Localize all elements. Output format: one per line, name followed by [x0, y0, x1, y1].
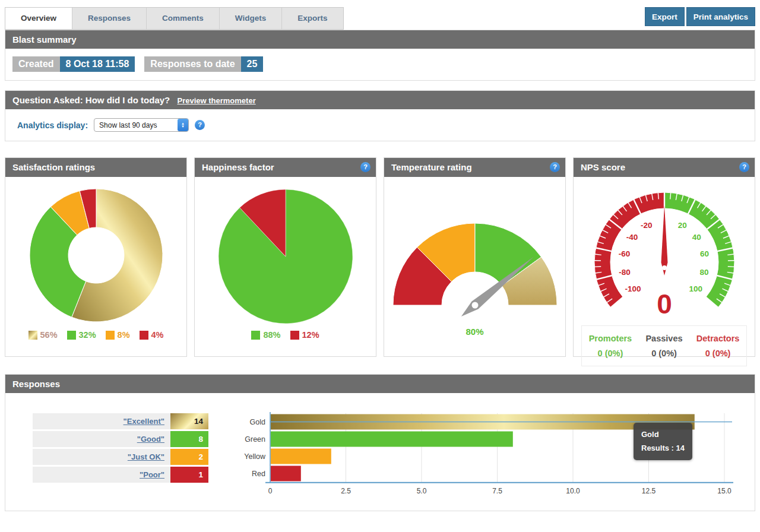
nps-stats: Promoters 0 (0%) Passives 0 (0%) Detract… — [581, 325, 747, 366]
gauge-tick — [670, 192, 670, 199]
x-tick-label: 2.5 — [341, 487, 351, 495]
poor-label-cell: "Poor" — [33, 467, 170, 483]
tab-widgets[interactable]: Widgets — [219, 8, 281, 29]
excellent-link[interactable]: "Excellent" — [124, 417, 164, 426]
gauge-tick — [594, 267, 601, 267]
happiness-legend: 88% 12% — [251, 330, 319, 340]
satisfaction-panel-header: Satisfaction ratings — [5, 158, 186, 177]
category-label: Green — [245, 435, 265, 444]
needle-pivot — [662, 265, 667, 270]
analytics-display-row: Analytics display: Show last 90 days ▲▼ … — [5, 109, 755, 141]
chart-panels-row: Satisfaction ratings 56% 32% 8% 4% Happi… — [5, 157, 755, 357]
blast-summary-header: Blast summary — [5, 30, 755, 49]
nps-title: NPS score — [581, 162, 625, 172]
tab-responses[interactable]: Responses — [72, 8, 146, 29]
good-label-cell: "Good" — [33, 431, 170, 447]
detractors-stat: Detractors 0 (0%) — [696, 331, 740, 360]
passives-label: Passives — [645, 331, 682, 346]
header-actions: Export Print analytics — [645, 7, 755, 26]
poor-link[interactable]: "Poor" — [140, 470, 164, 479]
help-icon[interactable]: ? — [739, 162, 749, 172]
bar-yellow[interactable] — [271, 449, 331, 464]
satisfaction-title: Satisfaction ratings — [12, 162, 95, 172]
legend-label: 88% — [263, 330, 280, 340]
chart-tooltip: Gold Results : 14 — [634, 423, 692, 460]
tab-exports[interactable]: Exports — [281, 8, 343, 29]
x-tick-label: 7.5 — [492, 487, 502, 495]
nps-dial-chart[interactable]: -20-40-60-80-100204060801000 — [575, 179, 753, 322]
legend-item-red[interactable]: 12% — [290, 330, 319, 340]
bar-red[interactable] — [271, 466, 301, 482]
legend-label: 32% — [79, 330, 96, 340]
legend-item-yellow[interactable]: 8% — [106, 330, 130, 340]
analytics-display-label: Analytics display: — [17, 121, 88, 130]
gauge-tick-label: -60 — [618, 249, 630, 258]
temperature-gauge-chart[interactable] — [386, 179, 564, 317]
x-tick-label: 10.0 — [566, 487, 580, 495]
happiness-pie-chart[interactable] — [197, 179, 375, 329]
help-icon[interactable]: ? — [360, 162, 370, 172]
category-label: Red — [252, 470, 265, 478]
yellow-swatch-icon — [106, 331, 115, 340]
responses-table: "Excellent" 14 "Good" 8 "Just OK" 2 "Poo… — [33, 413, 208, 499]
gauge-tick-label: 80 — [699, 268, 708, 277]
satisfaction-donut-chart[interactable] — [7, 179, 185, 329]
analytics-range-select[interactable]: Show last 90 days ▲▼ — [94, 118, 189, 132]
red-swatch-icon — [140, 331, 148, 340]
legend-label: 8% — [118, 330, 130, 340]
temperature-title: Temperature rating — [391, 162, 472, 172]
temperature-panel-header: Temperature rating ? — [384, 158, 565, 177]
x-tick-label: 15.0 — [717, 487, 732, 495]
responses-bar-chart[interactable]: GoldGreenYellowRed02.55.07.510.012.515.0… — [235, 410, 749, 499]
promoters-stat: Promoters 0 (0%) — [589, 331, 632, 360]
table-row: "Good" 8 — [33, 431, 208, 447]
category-label: Gold — [250, 418, 265, 426]
analytics-page: Overview Responses Comments Widgets Expo… — [5, 0, 755, 511]
gauge-tick-label: 20 — [677, 221, 686, 230]
gauge-tick-label: 100 — [689, 284, 702, 293]
good-count-cell: 8 — [170, 431, 208, 447]
question-header: Question Asked: How did I do today? Prev… — [5, 91, 755, 109]
satisfaction-panel: Satisfaction ratings 56% 32% 8% 4% — [5, 157, 187, 357]
help-icon[interactable]: ? — [195, 120, 205, 130]
created-value: 8 Oct 18 11:58 — [60, 56, 135, 72]
table-row: "Poor" 1 — [33, 467, 208, 483]
tab-comments[interactable]: Comments — [146, 8, 219, 29]
legend-item-gold[interactable]: 56% — [28, 330, 58, 340]
excellent-label-cell: "Excellent" — [33, 413, 170, 429]
x-tick-label: 12.5 — [642, 487, 656, 495]
tab-overview[interactable]: Overview — [5, 8, 72, 29]
happiness-title: Happiness factor — [202, 162, 274, 172]
created-label: Created — [12, 56, 60, 72]
x-tick-label: 5.0 — [417, 487, 427, 495]
responses-to-date-label: Responses to date — [144, 56, 240, 72]
just-ok-count-cell: 2 — [170, 449, 208, 465]
print-analytics-button[interactable]: Print analytics — [686, 7, 755, 26]
green-swatch-icon — [67, 331, 76, 340]
export-button[interactable]: Export — [645, 7, 685, 26]
legend-item-red[interactable]: 4% — [140, 330, 164, 340]
tab-bar: Overview Responses Comments Widgets Expo… — [5, 7, 344, 30]
responses-title: Responses — [12, 379, 60, 389]
help-icon[interactable]: ? — [550, 162, 560, 172]
just-ok-link[interactable]: "Just OK" — [128, 452, 164, 461]
detractors-label: Detractors — [696, 331, 740, 346]
table-row: "Excellent" 14 — [33, 413, 208, 429]
responses-to-date-badge: Responses to date25 — [144, 56, 263, 72]
temperature-value: 80% — [466, 327, 483, 337]
good-link[interactable]: "Good" — [137, 435, 164, 444]
blast-summary-title: Blast summary — [12, 34, 77, 45]
gauge-tick — [727, 267, 734, 267]
table-row: "Just OK" 2 — [33, 449, 208, 465]
preview-thermometer-link[interactable]: Preview thermometer — [177, 96, 255, 105]
blast-summary-badges: Created8 Oct 18 11:58 Responses to date2… — [5, 49, 755, 80]
legend-item-green[interactable]: 88% — [251, 330, 280, 340]
tooltip-value: Results : 14 — [641, 441, 685, 455]
bar-green[interactable] — [271, 432, 513, 447]
happiness-panel-header: Happiness factor ? — [195, 158, 376, 177]
legend-item-green[interactable]: 32% — [67, 330, 96, 340]
blast-summary-section: Blast summary Created8 Oct 18 11:58 Resp… — [5, 30, 755, 81]
legend-label: 56% — [40, 330, 58, 340]
promoters-value: 0 (0%) — [589, 346, 632, 361]
nps-panel-header: NPS score ? — [574, 158, 755, 177]
